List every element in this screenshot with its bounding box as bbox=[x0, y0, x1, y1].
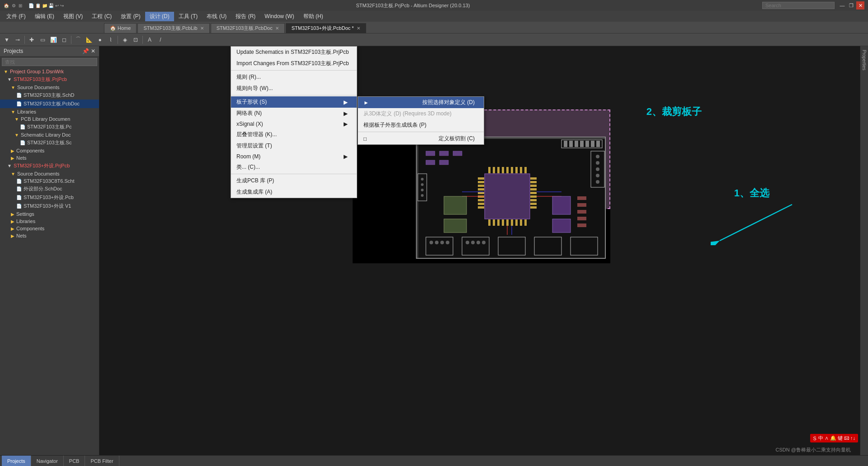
tree-ext-settings[interactable]: ▶ Settings bbox=[0, 210, 99, 218]
menu-update-schematics[interactable]: Update Schematics in STM32F103主板.PrjPcb bbox=[231, 47, 357, 58]
tab-pcbdoc-close[interactable]: ✕ bbox=[275, 26, 279, 31]
tb-line-btn[interactable]: / bbox=[156, 35, 165, 45]
maximize-button[interactable]: ❐ bbox=[847, 1, 855, 10]
tree-schlib-doc[interactable]: ▼ Schematic Library Doc bbox=[0, 131, 99, 138]
tree-nets[interactable]: ▶ Nets bbox=[0, 154, 99, 162]
tree-schd[interactable]: 📄 STM32F103主板.SchD bbox=[0, 91, 99, 100]
tb-cap-btn[interactable]: ⌇ bbox=[106, 35, 116, 45]
tb-chart-btn[interactable]: 📊 bbox=[48, 35, 58, 45]
menu-place[interactable]: 放置 (P) bbox=[116, 12, 145, 21]
tab-pcb-filter[interactable]: PCB Filter bbox=[85, 456, 119, 466]
menu-board-shape[interactable]: 板子形状 (S) ▶ ► 按照选择对象定义 (D) 从3D体定义 (D) (Re… bbox=[231, 96, 357, 108]
menu-view[interactable]: 视图 (V) bbox=[59, 12, 87, 21]
menu-window[interactable]: Window (W) bbox=[260, 12, 298, 20]
tb-text-btn[interactable]: A bbox=[145, 35, 155, 45]
menu-netlist[interactable]: 网络表 (N) ▶ bbox=[231, 108, 357, 119]
tree-project-ext[interactable]: ▼ STM32F103+外设.PrjPcb bbox=[0, 162, 99, 170]
tb-dot-btn[interactable]: ● bbox=[95, 35, 105, 45]
panel-close-btn[interactable]: ✕ bbox=[91, 48, 95, 54]
tree-pcblib-doc[interactable]: ▼ PCB Library Documen bbox=[0, 115, 99, 123]
svg-rect-44 bbox=[524, 167, 527, 173]
svg-rect-47 bbox=[497, 219, 500, 226]
menu-gen-pcblib[interactable]: 生成PCB 库 (P) bbox=[231, 175, 357, 186]
minimize-button[interactable]: — bbox=[838, 1, 846, 10]
tb-rect-btn[interactable]: ▭ bbox=[38, 35, 47, 45]
tb-wire-btn[interactable]: ⊸ bbox=[13, 35, 23, 45]
home-icon[interactable]: 🏠 bbox=[4, 3, 9, 8]
tb-measure-btn[interactable]: 📐 bbox=[84, 35, 94, 45]
tab-pcbdoc[interactable]: STM32F103主板.PcbDoc✕ bbox=[211, 23, 285, 33]
submenu-define-cutout[interactable]: □ 定义板切割 (C) bbox=[358, 133, 484, 144]
tree-schlib-file[interactable]: 📄 STM32F103主板.Sc bbox=[0, 138, 99, 147]
submenu-div bbox=[358, 132, 484, 132]
tree-ext-libraries[interactable]: ▶ Libraries bbox=[0, 218, 99, 225]
tree-c8t6[interactable]: 📄 STM32F103C8T6.Scht bbox=[0, 177, 99, 185]
menu-edit[interactable]: 编辑 (E) bbox=[30, 12, 59, 21]
tree-project-stm32[interactable]: ▼ STM32F103主板.PrjPcb bbox=[0, 75, 99, 84]
svg-rect-27 bbox=[530, 177, 537, 180]
window-icon[interactable]: ⊞ bbox=[19, 3, 22, 8]
tb-lasso-btn[interactable]: ⌒ bbox=[73, 35, 83, 45]
tree-components[interactable]: ▶ Components bbox=[0, 147, 99, 154]
panel-pin[interactable]: 📌 bbox=[82, 48, 89, 54]
tb-frame-btn[interactable]: ⊡ bbox=[131, 35, 141, 45]
menu-rules-wizard[interactable]: 规则向导 (W)... bbox=[231, 83, 357, 94]
submenu-define-selected[interactable]: ► 按照选择对象定义 (D) bbox=[358, 97, 484, 108]
tab-projects[interactable]: Projects bbox=[2, 456, 31, 466]
tree-ext-pcb[interactable]: 📄 STM32F103+外设.Pcb bbox=[0, 193, 99, 202]
tb-filter-btn[interactable]: ▼ bbox=[2, 35, 12, 45]
menu-file[interactable]: 文件 (F) bbox=[2, 12, 30, 21]
tree-ext-v1[interactable]: 📄 STM32F103+外设 V1 bbox=[0, 202, 99, 210]
svg-rect-54 bbox=[426, 151, 435, 156]
tree-project-group[interactable]: ▼ Project Group 1.DsnWrk bbox=[0, 68, 99, 75]
svg-rect-55 bbox=[439, 151, 448, 156]
ext-components-icon: ▶ bbox=[11, 226, 14, 231]
menu-rules[interactable]: 规则 (R)... bbox=[231, 71, 357, 83]
tree-ext-components[interactable]: ▶ Components bbox=[0, 225, 99, 232]
svg-rect-43 bbox=[520, 167, 522, 173]
submenu-generate-lines[interactable]: 根据板子外形生成线条 (P) bbox=[358, 119, 484, 131]
tab-pcblib[interactable]: STM32F103主板.PcbLib✕ bbox=[137, 23, 209, 33]
ext-libraries-label: Libraries bbox=[16, 219, 35, 224]
tree-ext-source-docs[interactable]: ▼ Source Documents bbox=[0, 170, 99, 177]
menu-classes[interactable]: 类... (C)... bbox=[231, 162, 357, 173]
tb-square-btn[interactable]: ◻ bbox=[59, 35, 69, 45]
tb-add-btn[interactable]: ✚ bbox=[27, 35, 37, 45]
tree-libraries[interactable]: ▼ Libraries bbox=[0, 108, 99, 115]
tree-ext-sch[interactable]: 📄 外设部分.SchDoc bbox=[0, 185, 99, 193]
menu-layer-stack[interactable]: 层叠管理器 (K)... bbox=[231, 129, 357, 140]
tab-home[interactable]: 🏠 Home bbox=[104, 23, 137, 33]
menu-design[interactable]: 设计 (D) bbox=[145, 12, 174, 21]
canvas-area[interactable]: Update Schematics in STM32F103主板.PrjPcb … bbox=[99, 46, 860, 455]
menu-route[interactable]: 布线 (U) bbox=[202, 12, 231, 21]
menu-tools[interactable]: 工具 (T) bbox=[174, 12, 203, 21]
tab-pcblib-label: STM32F103主板.PcbLib bbox=[143, 25, 197, 32]
tab-navigator[interactable]: Navigator bbox=[31, 456, 64, 466]
menu-report[interactable]: 报告 (R) bbox=[231, 12, 260, 21]
tree-pcblib-file[interactable]: 📄 STM32F103主板.Pc bbox=[0, 123, 99, 131]
close-button[interactable]: ✕ bbox=[856, 1, 864, 10]
tab-pcblib-close[interactable]: ✕ bbox=[200, 26, 204, 31]
tree-ext-nets[interactable]: ▶ Nets bbox=[0, 232, 99, 239]
tab-active-close[interactable]: ✕ bbox=[357, 26, 360, 31]
sogou-text: 中 ∧ 🔔 键 🖂 ↑↓ bbox=[818, 435, 855, 442]
tb-select-btn[interactable]: ◈ bbox=[120, 35, 130, 45]
tab-pcb[interactable]: PCB bbox=[64, 456, 85, 466]
svg-point-12 bbox=[596, 155, 599, 158]
tree-pcbdoc[interactable]: 📄 STM32F103主板.PcbDoc bbox=[0, 100, 99, 108]
search-input[interactable] bbox=[762, 2, 835, 9]
menu-manage-layers[interactable]: 管理层设置 (T) bbox=[231, 140, 357, 152]
settings-icon[interactable]: ⚙ bbox=[12, 3, 16, 8]
menu-room[interactable]: Room (M) ▶ bbox=[231, 152, 357, 162]
menu-project[interactable]: 工程 (C) bbox=[87, 12, 116, 21]
tab-home-label: 🏠 Home bbox=[110, 25, 131, 31]
tree-source-docs[interactable]: ▼ Source Documents bbox=[0, 84, 99, 91]
boardshape-submenu: ► 按照选择对象定义 (D) 从3D体定义 (D) (Requires 3D m… bbox=[358, 96, 484, 145]
menu-xsignal[interactable]: xSignal (X) ▶ bbox=[231, 119, 357, 129]
menu-import-changes[interactable]: Import Changes From STM32F103主板.PrjPcb bbox=[231, 58, 357, 69]
project-search-input[interactable] bbox=[2, 58, 97, 66]
properties-label[interactable]: Properties bbox=[862, 50, 867, 71]
menu-help[interactable]: 帮助 (H) bbox=[299, 12, 328, 21]
tab-active-pcbdoc[interactable]: STM32F103+外设.PcbDoc *✕ bbox=[286, 23, 366, 33]
menu-gen-integrated[interactable]: 生成集成库 (A) bbox=[231, 186, 357, 198]
